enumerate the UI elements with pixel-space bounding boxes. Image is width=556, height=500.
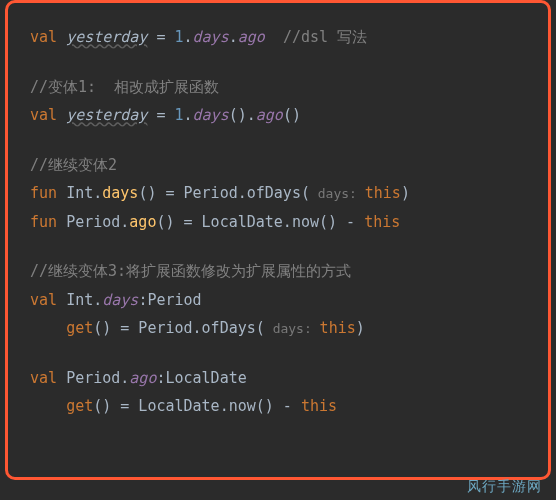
- comment-dsl: //dsl 写法: [283, 28, 367, 46]
- sig: () = LocalDate.now() -: [93, 397, 301, 415]
- prop-days: days: [102, 291, 138, 309]
- receiver-period: Period.: [66, 369, 129, 387]
- prop-ago: ago: [129, 369, 156, 387]
- code-line-10: //继续变体3:将扩展函数修改为扩展属性的方式: [30, 257, 530, 286]
- type-period: Period: [147, 291, 201, 309]
- code-line-6: //继续变体2: [30, 151, 530, 180]
- blank-line: [30, 52, 530, 73]
- sig: () = Period.ofDays(: [138, 184, 310, 202]
- keyword-val: val: [30, 106, 66, 124]
- blank-line: [30, 343, 530, 364]
- ext-ago: ago: [238, 28, 265, 46]
- var-yesterday: yesterday: [66, 28, 147, 46]
- equals: =: [147, 28, 174, 46]
- comment-variant1: //变体1: 相改成扩展函数: [30, 78, 219, 96]
- this-kw: this: [301, 397, 337, 415]
- fun-days: days: [102, 184, 138, 202]
- dot: .: [229, 28, 238, 46]
- number-1: 1: [175, 28, 184, 46]
- keyword-fun: fun: [30, 213, 66, 231]
- close-paren: ): [356, 319, 365, 337]
- this-kw: this: [365, 184, 401, 202]
- code-editor[interactable]: val yesterday = 1.days.ago //dsl 写法 //变体…: [5, 0, 551, 480]
- code-line-14: val Period.ago:LocalDate: [30, 364, 530, 393]
- blank-line: [30, 130, 530, 151]
- receiver-int: Int.: [66, 291, 102, 309]
- ext-days: days: [193, 28, 229, 46]
- fun-ago: ago: [129, 213, 156, 231]
- call-ago: ago: [256, 106, 283, 124]
- var-yesterday: yesterday: [66, 106, 147, 124]
- sig: () = Period.ofDays(: [93, 319, 265, 337]
- code-line-4: val yesterday = 1.days().ago(): [30, 101, 530, 130]
- close-paren: ): [401, 184, 410, 202]
- sig: () = LocalDate.now() -: [156, 213, 364, 231]
- paren: ().: [229, 106, 256, 124]
- keyword-get: get: [66, 397, 93, 415]
- watermark-text: 风行手游网: [467, 478, 542, 496]
- comment-variant2: //继续变体2: [30, 156, 117, 174]
- space: [265, 28, 283, 46]
- param-hint-days: days:: [265, 321, 320, 336]
- code-line-1: val yesterday = 1.days.ago //dsl 写法: [30, 23, 530, 52]
- code-line-12: get() = Period.ofDays( days: this): [30, 314, 530, 343]
- receiver-int: Int.: [66, 184, 102, 202]
- call-days: days: [193, 106, 229, 124]
- indent: [30, 319, 66, 337]
- this-kw: this: [364, 213, 400, 231]
- type-localdate: LocalDate: [165, 369, 246, 387]
- code-line-7: fun Int.days() = Period.ofDays( days: th…: [30, 179, 530, 208]
- indent: [30, 397, 66, 415]
- blank-line: [30, 236, 530, 257]
- keyword-get: get: [66, 319, 93, 337]
- this-kw: this: [320, 319, 356, 337]
- number-1: 1: [175, 106, 184, 124]
- code-line-8: fun Period.ago() = LocalDate.now() - thi…: [30, 208, 530, 237]
- keyword-val: val: [30, 369, 66, 387]
- keyword-fun: fun: [30, 184, 66, 202]
- code-line-15: get() = LocalDate.now() - this: [30, 392, 530, 421]
- dot: .: [184, 28, 193, 46]
- receiver-period: Period.: [66, 213, 129, 231]
- paren: (): [283, 106, 301, 124]
- code-line-11: val Int.days:Period: [30, 286, 530, 315]
- keyword-val: val: [30, 28, 66, 46]
- comment-variant3: //继续变体3:将扩展函数修改为扩展属性的方式: [30, 262, 351, 280]
- code-line-3: //变体1: 相改成扩展函数: [30, 73, 530, 102]
- equals: =: [147, 106, 174, 124]
- dot: .: [184, 106, 193, 124]
- param-hint-days: days:: [310, 186, 365, 201]
- keyword-val: val: [30, 291, 66, 309]
